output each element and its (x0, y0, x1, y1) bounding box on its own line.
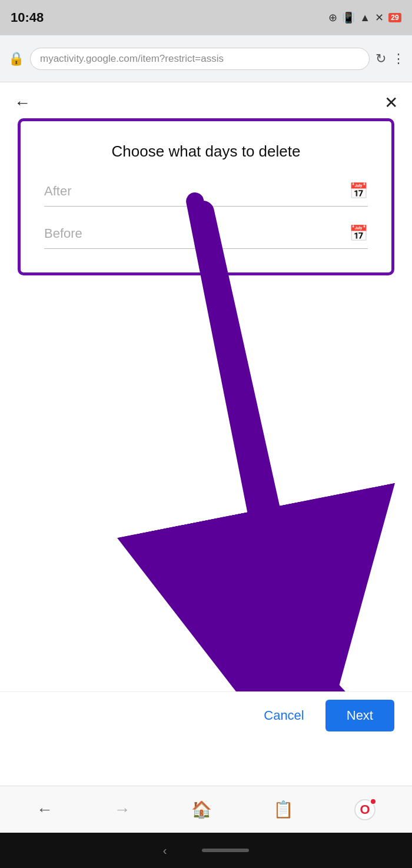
svg-marker-2 (217, 605, 317, 693)
gesture-pill (202, 849, 249, 852)
browser-back-button[interactable]: ← (36, 800, 53, 819)
before-date-field[interactable]: Before 📅 (44, 224, 368, 249)
page-content: ← ✕ Choose what days to delete After 📅 B… (0, 82, 412, 786)
browser-bar: 🔒 myactivity.google.com/item?restrict=as… (0, 35, 412, 82)
browser-back-icon: ← (36, 800, 53, 819)
reload-icon[interactable]: ↻ (376, 51, 386, 66)
gps-icon: ⊕ (328, 11, 337, 24)
cancel-button[interactable]: Cancel (254, 702, 313, 729)
after-calendar-icon: 📅 (349, 182, 368, 200)
nav-row: ← ✕ (0, 82, 412, 118)
back-button[interactable]: ← (14, 94, 31, 112)
close-button[interactable]: ✕ (384, 93, 398, 112)
vibrate-icon: 📳 (342, 11, 355, 24)
before-calendar-icon: 📅 (349, 224, 368, 242)
browser-home-button[interactable]: 🏠 (191, 800, 212, 819)
status-bar: 10:48 ⊕ 📳 ▲ ✕ 29 (0, 0, 412, 35)
url-bar[interactable]: myactivity.google.com/item?restrict=assi… (30, 48, 370, 70)
svg-line-3 (203, 212, 306, 677)
gesture-chevron-icon: ‹ (163, 844, 167, 857)
menu-dots-icon[interactable]: ⋮ (392, 51, 404, 66)
wifi-icon: ▲ (360, 12, 370, 24)
lock-icon: 🔒 (8, 51, 24, 66)
browser-nav-bar: ← → 🏠 📋 O (0, 786, 412, 833)
opera-button[interactable]: O (354, 799, 376, 820)
status-time: 10:48 (11, 10, 44, 25)
opera-letter: O (360, 802, 370, 817)
url-text: myactivity.google.com/item?restrict=assi… (40, 53, 224, 65)
browser-tabs-button[interactable]: 📋 (273, 800, 294, 819)
url-path: /item?restrict=assis (138, 53, 224, 64)
url-domain: myactivity.google.com (40, 53, 138, 64)
after-date-field[interactable]: After 📅 (44, 182, 368, 207)
browser-forward-icon: → (114, 800, 130, 819)
browser-forward-button[interactable]: → (114, 800, 130, 819)
next-button[interactable]: Next (325, 700, 394, 731)
status-icons: ⊕ 📳 ▲ ✕ 29 (328, 11, 401, 24)
battery-badge: 29 (388, 13, 401, 22)
dialog-card: Choose what days to delete After 📅 Befor… (18, 118, 394, 275)
action-bar: Cancel Next (0, 691, 412, 739)
browser-home-icon: 🏠 (191, 800, 212, 819)
after-label: After (44, 184, 349, 199)
signal-icon: ✕ (375, 11, 384, 24)
opera-dot (370, 798, 377, 805)
before-label: Before (44, 226, 349, 241)
gesture-bar: ‹ (0, 833, 412, 868)
dialog-title: Choose what days to delete (44, 142, 368, 161)
tab-box-icon: 📋 (273, 800, 294, 819)
opera-icon: O (354, 799, 376, 820)
